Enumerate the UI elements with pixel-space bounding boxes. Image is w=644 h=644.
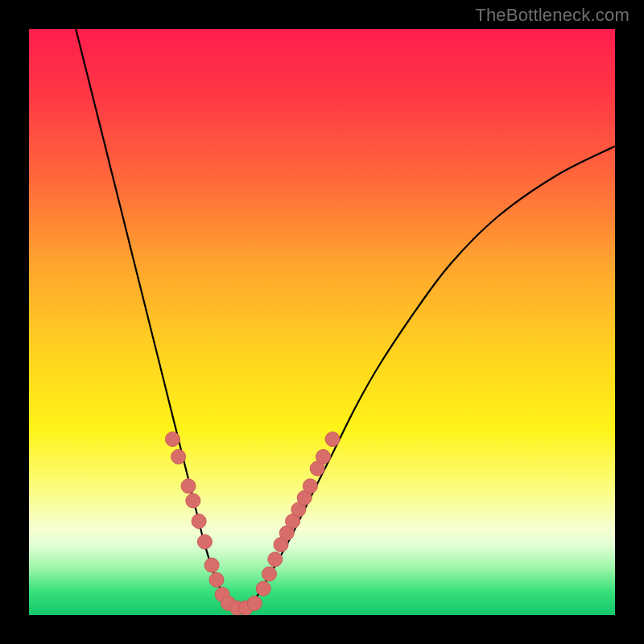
plot-area bbox=[29, 29, 615, 615]
highlight-dot bbox=[316, 449, 331, 464]
highlight-dots-group bbox=[165, 432, 340, 615]
highlight-dot bbox=[303, 479, 317, 493]
highlight-dot bbox=[197, 535, 212, 549]
highlight-dot bbox=[171, 449, 186, 464]
highlight-dot bbox=[209, 572, 224, 587]
highlight-dot bbox=[268, 552, 283, 567]
highlight-dot bbox=[181, 479, 196, 493]
bottleneck-curve bbox=[76, 29, 615, 609]
highlight-dot bbox=[256, 581, 270, 596]
watermark-text: TheBottleneck.com bbox=[475, 5, 630, 26]
highlight-dot bbox=[247, 596, 262, 610]
bottleneck-curve-svg bbox=[29, 29, 615, 615]
chart-frame: TheBottleneck.com bbox=[0, 0, 644, 644]
highlight-dot bbox=[192, 514, 206, 529]
highlight-dot bbox=[165, 432, 180, 447]
highlight-dot bbox=[204, 558, 219, 572]
highlight-dot bbox=[186, 493, 200, 508]
highlight-dot bbox=[325, 432, 340, 447]
highlight-dot bbox=[262, 567, 277, 581]
